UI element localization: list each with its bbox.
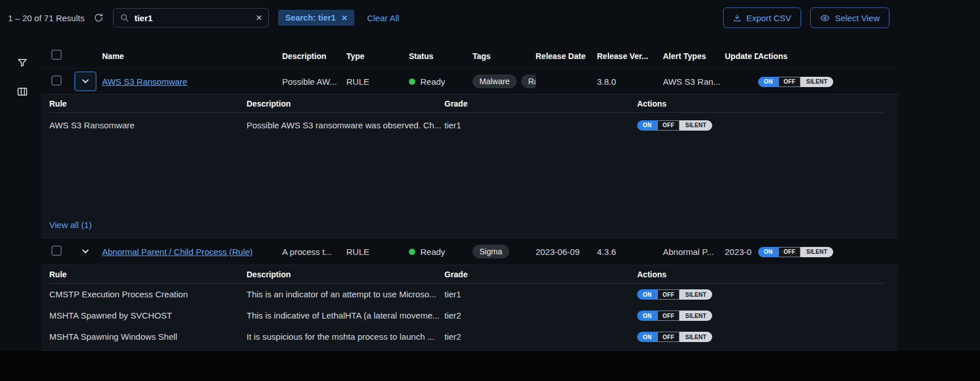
row-release-version: 3.8.0 <box>597 77 663 87</box>
sub-rule-name: CMSTP Execution Process Creation <box>49 289 247 299</box>
column-header-status[interactable]: Status <box>409 52 473 61</box>
sub-column-header-grade: Grade <box>444 99 637 108</box>
sub-table-row: MSHTA Spawning Windows Shell It is suspi… <box>49 326 884 347</box>
toggle-off[interactable]: OFF <box>778 247 801 257</box>
expand-row-button[interactable] <box>75 72 96 91</box>
sub-rule-name: AWS S3 Ransomware <box>49 120 247 130</box>
column-header-update-date[interactable]: Update D <box>725 52 758 61</box>
toggle-off[interactable]: OFF <box>657 332 680 342</box>
toggle-off[interactable]: OFF <box>657 311 680 321</box>
results-count: 1 – 20 of 71 Results <box>8 13 84 23</box>
state-toggle[interactable]: ON OFF SILENT <box>637 120 712 131</box>
row-release-version: 4.3.6 <box>597 247 663 257</box>
toggle-on[interactable]: ON <box>637 332 657 342</box>
toggle-silent[interactable]: SILENT <box>801 247 833 257</box>
column-header-name[interactable]: Name <box>102 52 282 61</box>
state-toggle[interactable]: ON OFF SILENT <box>637 332 712 342</box>
refresh-icon <box>93 13 104 23</box>
filter-icon[interactable] <box>17 57 28 68</box>
toggle-on[interactable]: ON <box>637 120 657 131</box>
sub-column-header-rule: Rule <box>49 270 247 279</box>
column-header-release-version[interactable]: Release Ver... <box>597 52 663 61</box>
select-all-checkbox[interactable] <box>52 50 61 60</box>
status-label: Ready <box>420 77 445 87</box>
toggle-on[interactable]: ON <box>758 247 778 257</box>
row-description: A process t... <box>282 247 346 257</box>
state-toggle[interactable]: ON OFF SILENT <box>637 289 712 300</box>
row-alert-types: Abnormal P... <box>663 247 725 257</box>
sub-column-header-description: Description <box>247 270 444 279</box>
expanded-panel: Rule Description Grade Actions CMSTP Exe… <box>41 265 898 351</box>
search-input[interactable] <box>134 13 250 23</box>
toggle-off[interactable]: OFF <box>657 289 680 300</box>
state-toggle[interactable]: ON OFF SILENT <box>637 311 712 321</box>
download-icon <box>733 14 741 22</box>
column-header-tags[interactable]: Tags <box>473 52 536 61</box>
tag-chip: Malware <box>473 74 517 88</box>
row-update-date: 2023-0 <box>725 247 758 257</box>
chevron-down-icon <box>82 79 89 84</box>
clear-all-link[interactable]: Clear All <box>367 13 399 23</box>
sub-column-header-actions: Actions <box>637 270 884 279</box>
column-header-actions[interactable]: Actions <box>758 52 898 61</box>
row-type: RULE <box>346 77 409 87</box>
sub-rule-description: Possible AWS S3 ransomware was observed.… <box>247 120 444 130</box>
topbar: 1 – 20 of 71 Results ✕ Search: tier1 ✕ C… <box>0 0 980 36</box>
column-header-type[interactable]: Type <box>346 52 409 61</box>
status-badge: Ready <box>409 77 473 87</box>
sub-table-row: CMSTP Execution Process Creation This is… <box>49 284 884 305</box>
refresh-button[interactable] <box>93 13 104 23</box>
view-all-link[interactable]: View all (1) <box>49 220 92 230</box>
search-filter-chip[interactable]: Search: tier1 ✕ <box>278 10 354 26</box>
sub-rule-grade: tier1 <box>444 289 637 299</box>
sub-rule-description: It is suspicious for the mshta process t… <box>247 332 444 341</box>
state-toggle[interactable]: ON OFF SILENT <box>758 77 833 87</box>
sub-table-row: MSHTA Spawned by SVCHOST This is indicat… <box>49 305 884 326</box>
rule-name-link[interactable]: Abnormal Parent / Child Process (Rule) <box>102 247 253 257</box>
toggle-silent[interactable]: SILENT <box>680 120 712 131</box>
sub-column-header-rule: Rule <box>49 99 247 108</box>
row-checkbox[interactable] <box>52 76 61 85</box>
select-view-label: Select View <box>835 13 880 23</box>
status-badge: Ready <box>409 247 473 257</box>
sub-rule-grade: tier1 <box>444 120 637 130</box>
sub-rule-description: This is indicative of LethalHTA (a later… <box>247 311 444 320</box>
bottom-spacer <box>0 351 980 381</box>
rule-name-link[interactable]: AWS S3 Ransomware <box>102 77 188 87</box>
expand-row-button[interactable] <box>75 242 96 261</box>
sub-rule-name: MSHTA Spawning Windows Shell <box>49 332 247 341</box>
toggle-off[interactable]: OFF <box>778 77 801 87</box>
row-release-date: 2023-06-09 <box>536 247 597 257</box>
state-toggle[interactable]: ON OFF SILENT <box>758 247 833 257</box>
select-view-button[interactable]: Select View <box>810 7 889 28</box>
expanded-panel: Rule Description Grade Actions AWS S3 Ra… <box>41 94 898 238</box>
columns-icon[interactable] <box>17 87 28 96</box>
sub-rule-grade: tier2 <box>444 332 637 341</box>
toggle-silent[interactable]: SILENT <box>680 311 712 321</box>
search-icon <box>120 13 129 22</box>
sub-table-header-row: Rule Description Grade Actions <box>49 265 884 284</box>
toggle-on[interactable]: ON <box>637 289 657 300</box>
row-type: RULE <box>346 247 409 257</box>
toggle-silent[interactable]: SILENT <box>680 332 712 342</box>
column-header-alert-types[interactable]: Alert Types <box>663 52 725 61</box>
sub-rule-name: MSHTA Spawned by SVCHOST <box>49 311 247 320</box>
sub-column-header-description: Description <box>247 99 444 108</box>
status-label: Ready <box>420 247 445 257</box>
tag-chip: Sigma <box>473 245 509 258</box>
sub-rule-grade: tier2 <box>444 311 637 320</box>
row-checkbox[interactable] <box>52 246 61 256</box>
toggle-off[interactable]: OFF <box>657 120 680 131</box>
search-box[interactable]: ✕ <box>113 8 269 28</box>
column-header-description[interactable]: Description <box>282 52 346 61</box>
toggle-silent[interactable]: SILENT <box>801 77 833 87</box>
export-csv-button[interactable]: Export CSV <box>723 7 801 28</box>
tags-cell: Malware Ra <box>473 74 536 88</box>
toggle-on[interactable]: ON <box>758 77 778 87</box>
toggle-silent[interactable]: SILENT <box>680 289 712 300</box>
clear-search-icon[interactable]: ✕ <box>256 14 263 22</box>
toggle-on[interactable]: ON <box>637 311 657 321</box>
chip-close-icon[interactable]: ✕ <box>341 14 348 22</box>
status-dot <box>409 78 415 85</box>
column-header-release-date[interactable]: Release Date <box>536 52 597 61</box>
